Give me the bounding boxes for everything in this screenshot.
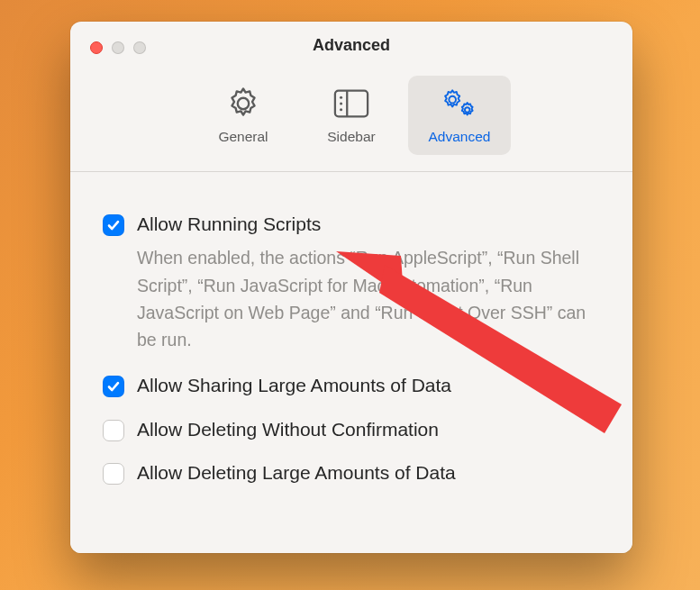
option-description: When enabled, the actions “Run AppleScri…: [137, 244, 600, 353]
tab-group: General Sidebar: [192, 76, 511, 155]
tab-general[interactable]: General: [192, 76, 295, 155]
option-label: Allow Deleting Large Amounts of Data: [137, 460, 456, 486]
window-title: Advanced: [70, 36, 632, 55]
option-allow-scripts: Allow Running Scripts: [103, 212, 600, 237]
double-gear-icon: [441, 86, 477, 122]
checkbox-share-large[interactable]: [103, 376, 124, 397]
tab-label: General: [218, 129, 268, 145]
sidebar-icon: [333, 86, 369, 122]
minimize-window-button[interactable]: [112, 41, 124, 54]
tab-advanced[interactable]: Advanced: [408, 76, 511, 155]
preferences-window: Advanced General: [70, 22, 632, 553]
traffic-lights: [90, 41, 146, 54]
svg-point-5: [340, 108, 342, 111]
zoom-window-button[interactable]: [133, 41, 146, 54]
option-share-large: Allow Sharing Large Amounts of Data: [103, 373, 600, 398]
tab-label: Advanced: [429, 129, 491, 145]
svg-point-6: [449, 96, 456, 104]
content-area: Allow Running Scripts When enabled, the …: [70, 172, 632, 553]
svg-point-3: [340, 96, 342, 99]
tab-label: Sidebar: [327, 129, 375, 145]
svg-point-7: [465, 107, 470, 113]
option-label: Allow Sharing Large Amounts of Data: [137, 373, 451, 398]
checkbox-delete-noconfirm[interactable]: [103, 420, 124, 441]
titlebar: Advanced: [70, 22, 632, 68]
option-delete-large: Allow Deleting Large Amounts of Data: [103, 460, 600, 486]
option-label: Allow Running Scripts: [137, 212, 321, 237]
checkbox-allow-scripts[interactable]: [103, 214, 124, 236]
option-label: Allow Deleting Without Confirmation: [137, 417, 439, 442]
checkbox-delete-large[interactable]: [103, 463, 124, 485]
tab-sidebar[interactable]: Sidebar: [300, 76, 403, 155]
svg-point-0: [238, 98, 249, 109]
option-delete-noconfirm: Allow Deleting Without Confirmation: [103, 417, 600, 442]
toolbar: General Sidebar: [70, 68, 632, 172]
close-window-button[interactable]: [90, 41, 103, 54]
gear-icon: [225, 86, 261, 122]
svg-point-4: [340, 102, 342, 104]
